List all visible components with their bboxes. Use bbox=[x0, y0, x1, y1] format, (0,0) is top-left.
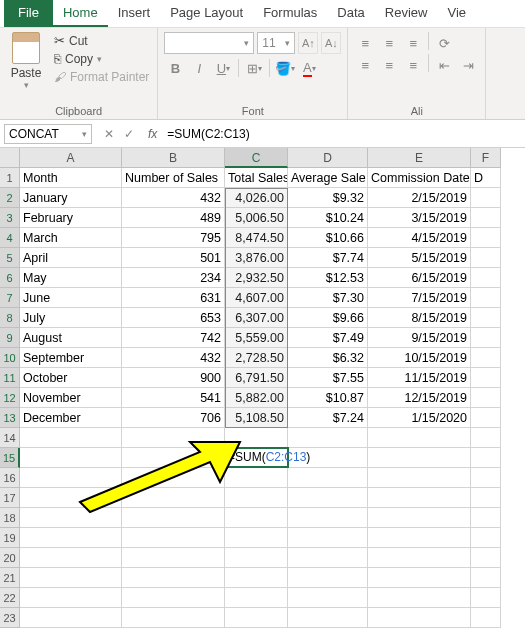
cell-C14[interactable] bbox=[225, 428, 288, 448]
cell-F4[interactable] bbox=[471, 228, 501, 248]
cell-F7[interactable] bbox=[471, 288, 501, 308]
row-header-10[interactable]: 10 bbox=[0, 348, 20, 368]
col-header-C[interactable]: C bbox=[225, 148, 288, 168]
row-header-7[interactable]: 7 bbox=[0, 288, 20, 308]
row-header-23[interactable]: 23 bbox=[0, 608, 20, 628]
cell-A8[interactable]: July bbox=[20, 308, 122, 328]
cell-C2[interactable]: 4,026.00 bbox=[225, 188, 288, 208]
cell-F18[interactable] bbox=[471, 508, 501, 528]
cell-D19[interactable] bbox=[288, 528, 368, 548]
cell-F19[interactable] bbox=[471, 528, 501, 548]
cell-A22[interactable] bbox=[20, 588, 122, 608]
cell-C21[interactable] bbox=[225, 568, 288, 588]
cell-F22[interactable] bbox=[471, 588, 501, 608]
cell-B21[interactable] bbox=[122, 568, 225, 588]
cell-D21[interactable] bbox=[288, 568, 368, 588]
cell-E5[interactable]: 5/15/2019 bbox=[368, 248, 471, 268]
cell-D17[interactable] bbox=[288, 488, 368, 508]
tab-data[interactable]: Data bbox=[327, 0, 374, 27]
row-header-3[interactable]: 3 bbox=[0, 208, 20, 228]
cell-D7[interactable]: $7.30 bbox=[288, 288, 368, 308]
cell-D8[interactable]: $9.66 bbox=[288, 308, 368, 328]
tab-view[interactable]: Vie bbox=[437, 0, 476, 27]
cell-D4[interactable]: $10.66 bbox=[288, 228, 368, 248]
row-header-13[interactable]: 13 bbox=[0, 408, 20, 428]
cell-E1[interactable]: Commission Date bbox=[368, 168, 471, 188]
cell-B15[interactable] bbox=[122, 448, 225, 468]
cell-B2[interactable]: 432 bbox=[122, 188, 225, 208]
cell-D15[interactable] bbox=[288, 448, 368, 468]
cell-A19[interactable] bbox=[20, 528, 122, 548]
cell-B7[interactable]: 631 bbox=[122, 288, 225, 308]
cell-A11[interactable]: October bbox=[20, 368, 122, 388]
row-header-15[interactable]: 15 bbox=[0, 448, 20, 468]
formula-input[interactable]: =SUM(C2:C13) bbox=[163, 127, 525, 141]
row-header-14[interactable]: 14 bbox=[0, 428, 20, 448]
cell-B22[interactable] bbox=[122, 588, 225, 608]
cell-F15[interactable] bbox=[471, 448, 501, 468]
cell-A3[interactable]: February bbox=[20, 208, 122, 228]
row-header-8[interactable]: 8 bbox=[0, 308, 20, 328]
cell-F23[interactable] bbox=[471, 608, 501, 628]
cell-B9[interactable]: 742 bbox=[122, 328, 225, 348]
row-header-9[interactable]: 9 bbox=[0, 328, 20, 348]
font-color-button[interactable]: A▾ bbox=[298, 57, 320, 79]
cell-B4[interactable]: 795 bbox=[122, 228, 225, 248]
cell-C9[interactable]: 5,559.00 bbox=[225, 328, 288, 348]
cell-F14[interactable] bbox=[471, 428, 501, 448]
cut-button[interactable]: ✂ Cut bbox=[52, 32, 151, 49]
accept-formula-button[interactable]: ✓ bbox=[124, 127, 134, 141]
col-header-D[interactable]: D bbox=[288, 148, 368, 168]
row-header-20[interactable]: 20 bbox=[0, 548, 20, 568]
paste-button[interactable]: Paste ▾ bbox=[6, 32, 46, 103]
cell-E22[interactable] bbox=[368, 588, 471, 608]
cell-D20[interactable] bbox=[288, 548, 368, 568]
tab-home[interactable]: Home bbox=[53, 0, 108, 27]
cell-E21[interactable] bbox=[368, 568, 471, 588]
cell-A4[interactable]: March bbox=[20, 228, 122, 248]
cell-D11[interactable]: $7.55 bbox=[288, 368, 368, 388]
cell-F11[interactable] bbox=[471, 368, 501, 388]
cell-C11[interactable]: 6,791.50 bbox=[225, 368, 288, 388]
fx-icon[interactable]: fx bbox=[142, 127, 163, 141]
cell-E6[interactable]: 6/15/2019 bbox=[368, 268, 471, 288]
cell-D22[interactable] bbox=[288, 588, 368, 608]
align-middle-button[interactable]: ≡ bbox=[378, 32, 400, 54]
cell-D6[interactable]: $12.53 bbox=[288, 268, 368, 288]
cell-E23[interactable] bbox=[368, 608, 471, 628]
cell-A17[interactable] bbox=[20, 488, 122, 508]
cell-A5[interactable]: April bbox=[20, 248, 122, 268]
indent-left-button[interactable]: ⇤ bbox=[433, 54, 455, 76]
row-header-1[interactable]: 1 bbox=[0, 168, 20, 188]
cell-A12[interactable]: November bbox=[20, 388, 122, 408]
cell-A14[interactable] bbox=[20, 428, 122, 448]
align-left-button[interactable]: ≡ bbox=[354, 54, 376, 76]
tab-formulas[interactable]: Formulas bbox=[253, 0, 327, 27]
cell-A15[interactable] bbox=[20, 448, 122, 468]
row-header-5[interactable]: 5 bbox=[0, 248, 20, 268]
cell-D13[interactable]: $7.24 bbox=[288, 408, 368, 428]
cell-F12[interactable] bbox=[471, 388, 501, 408]
cell-A7[interactable]: June bbox=[20, 288, 122, 308]
fill-color-button[interactable]: 🪣▾ bbox=[274, 57, 296, 79]
copy-button[interactable]: ⎘ Copy ▾ bbox=[52, 51, 151, 67]
cell-B11[interactable]: 900 bbox=[122, 368, 225, 388]
cell-C13[interactable]: 5,108.50 bbox=[225, 408, 288, 428]
cell-D3[interactable]: $10.24 bbox=[288, 208, 368, 228]
cell-C7[interactable]: 4,607.00 bbox=[225, 288, 288, 308]
cell-E9[interactable]: 9/15/2019 bbox=[368, 328, 471, 348]
cell-C17[interactable] bbox=[225, 488, 288, 508]
cell-D9[interactable]: $7.49 bbox=[288, 328, 368, 348]
cell-F21[interactable] bbox=[471, 568, 501, 588]
row-header-11[interactable]: 11 bbox=[0, 368, 20, 388]
cell-F20[interactable] bbox=[471, 548, 501, 568]
cell-E16[interactable] bbox=[368, 468, 471, 488]
cell-B23[interactable] bbox=[122, 608, 225, 628]
cell-C18[interactable] bbox=[225, 508, 288, 528]
cell-B16[interactable] bbox=[122, 468, 225, 488]
cell-E14[interactable] bbox=[368, 428, 471, 448]
cell-C23[interactable] bbox=[225, 608, 288, 628]
cell-F10[interactable] bbox=[471, 348, 501, 368]
cell-A18[interactable] bbox=[20, 508, 122, 528]
cell-B14[interactable] bbox=[122, 428, 225, 448]
